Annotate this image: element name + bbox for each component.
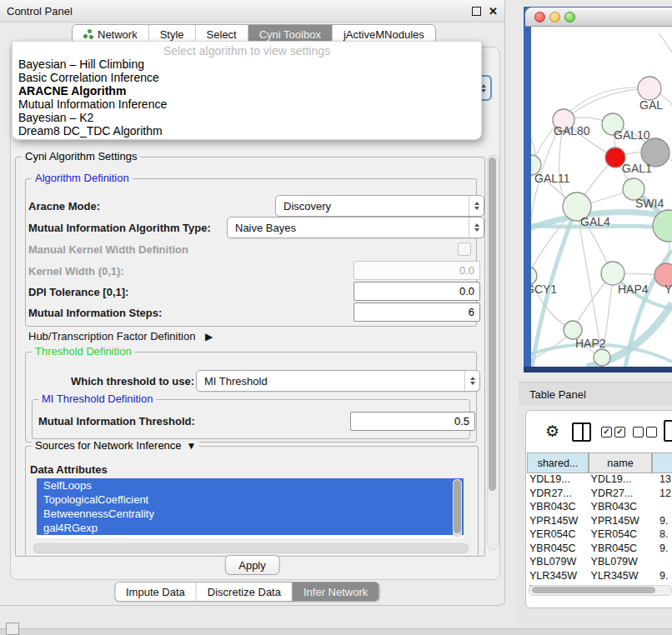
attribute-item-topologicalcoefficient[interactable]: TopologicalCoefficient bbox=[37, 492, 464, 507]
table-hscrollbar[interactable] bbox=[529, 585, 672, 596]
node-label-gal4: GAL4 bbox=[580, 215, 610, 228]
mi-steps-field[interactable]: 6 bbox=[354, 302, 480, 322]
dropdown-item-aracne-algorithm[interactable]: ARACNE Algorithm bbox=[13, 84, 481, 98]
kernel-width-field[interactable]: 0.0 bbox=[354, 261, 480, 280]
column-header-2[interactable] bbox=[652, 452, 672, 473]
tab-impute-data-label: Impute Data bbox=[126, 586, 185, 598]
attributes-hscrollbar[interactable] bbox=[33, 543, 469, 553]
node-label-swi4: SWI4 bbox=[635, 197, 664, 210]
table-cell bbox=[651, 556, 672, 570]
which-threshold-combobox[interactable]: MI Threshold bbox=[196, 370, 480, 392]
network-node[interactable] bbox=[594, 349, 610, 366]
dropdown-placeholder: Select algorithm to view settings bbox=[13, 42, 481, 58]
table-row[interactable]: YDR27...YDR27...12 bbox=[527, 488, 672, 502]
network-node[interactable] bbox=[601, 262, 624, 285]
mi-threshold-field[interactable]: 0.5 bbox=[350, 412, 475, 431]
dock-panel-button[interactable] bbox=[6, 622, 19, 635]
tab-infer-network-label: Infer Network bbox=[303, 586, 368, 598]
network-window-bottom-frame bbox=[524, 367, 672, 372]
close-traffic-icon[interactable] bbox=[534, 12, 545, 22]
table-row[interactable]: YDL19...YDL19...13 bbox=[527, 473, 672, 488]
document-icon[interactable] bbox=[664, 420, 672, 442]
cyni-settings-title: Cyni Algorithm Settings bbox=[22, 150, 140, 162]
table-row[interactable]: YBR043CYBR043C bbox=[527, 501, 672, 515]
combo-down-arrow-icon bbox=[470, 382, 475, 385]
unchecked-checkbox-icon[interactable] bbox=[646, 427, 657, 438]
column-header-name[interactable]: name bbox=[589, 452, 652, 473]
network-view-window: GALGAL80GAL10GAL1GAL11SWI4GAL4GCY1HAP4YH… bbox=[524, 7, 672, 372]
manual-kernel-checkbox[interactable] bbox=[458, 242, 471, 256]
tab-jactivemnodules-label: jActiveMNodules bbox=[344, 28, 424, 41]
attribute-item-selfloops[interactable]: SelfLoops bbox=[37, 478, 464, 492]
attribute-item-betweennesscentrality[interactable]: BetweennessCentrality bbox=[37, 507, 464, 521]
node-label-gal11: GAL11 bbox=[534, 172, 570, 185]
control-panel-titlebar: Control Panel ✕ bbox=[0, 0, 504, 22]
attributes-scrollbar[interactable] bbox=[453, 479, 462, 538]
tab-infer-network[interactable]: Infer Network bbox=[293, 582, 379, 601]
float-window-icon[interactable] bbox=[472, 7, 481, 16]
dpi-tolerance-label: DPI Tolerance [0,1]: bbox=[28, 286, 128, 298]
table-cell: 9. bbox=[651, 515, 672, 529]
column-header-shared[interactable]: shared... bbox=[527, 452, 589, 473]
table-cell: YDL19... bbox=[589, 473, 652, 488]
data-attributes-list[interactable]: SelfLoopsTopologicalCoefficientBetweenne… bbox=[37, 478, 464, 538]
tab-impute-data[interactable]: Impute Data bbox=[115, 582, 197, 601]
tab-select-label: Select bbox=[207, 28, 237, 41]
hub-definition-toggle[interactable]: Hub/Transcription Factor Definition ▶ bbox=[28, 330, 213, 342]
columns-icon[interactable] bbox=[572, 422, 591, 442]
network-canvas-box[interactable]: GALGAL80GAL10GAL1GAL11SWI4GAL4GCY1HAP4YH… bbox=[531, 27, 672, 367]
zoom-traffic-icon[interactable] bbox=[564, 12, 575, 22]
attribute-item-gal4rgexp[interactable]: gal4RGexp bbox=[37, 521, 464, 535]
table-cell: YPR145W bbox=[527, 515, 589, 529]
dropdown-item-basic-correlation-inference[interactable]: Basic Correlation Inference bbox=[13, 71, 481, 84]
mi-type-combobox[interactable]: Naive Bayes bbox=[227, 217, 484, 238]
data-attributes-label: Data Attributes bbox=[30, 463, 108, 476]
settings-scrollbar[interactable] bbox=[487, 155, 499, 550]
network-edge[interactable] bbox=[659, 33, 672, 52]
minimize-traffic-icon[interactable] bbox=[549, 12, 560, 22]
table-row[interactable]: YBL079WYBL079W bbox=[527, 556, 672, 570]
table-cell: 9. bbox=[651, 542, 672, 557]
control-panel-title: Control Panel bbox=[7, 5, 73, 18]
checked-checkbox-icon[interactable]: ✓ bbox=[614, 427, 625, 438]
aracne-mode-combobox[interactable]: Discovery bbox=[275, 195, 484, 217]
expand-down-icon: ▼ bbox=[187, 440, 197, 452]
dpi-tolerance-field[interactable]: 0.0 bbox=[354, 282, 480, 301]
hub-definition-label: Hub/Transcription Factor Definition bbox=[28, 330, 195, 342]
combo-down-arrow-icon bbox=[474, 207, 479, 210]
combo-up-arrow-icon bbox=[474, 202, 479, 205]
dropdown-item-dream8-dc-tdc-algorithm[interactable]: Dream8 DC_TDC Algorithm bbox=[13, 124, 481, 138]
table-header: shared...name bbox=[527, 452, 672, 473]
table-cell bbox=[651, 501, 672, 515]
table-row[interactable]: YBR045CYBR045C9. bbox=[527, 542, 672, 557]
dropdown-item-mutual-information-inference[interactable]: Mutual Information Inference bbox=[13, 98, 481, 111]
network-canvas[interactable]: GALGAL80GAL10GAL1GAL11SWI4GAL4GCY1HAP4YH… bbox=[531, 27, 672, 367]
node-label-hap2: HAP2 bbox=[575, 337, 606, 350]
tab-discretize-data[interactable]: Discretize Data bbox=[197, 582, 293, 601]
network-node[interactable] bbox=[638, 77, 661, 100]
table-cell: YBR043C bbox=[589, 501, 652, 515]
table-row[interactable]: YER054CYER054C8. bbox=[527, 528, 672, 542]
mi-type-value: Naive Bayes bbox=[235, 222, 296, 234]
mi-threshold-group-title: MI Threshold Definition bbox=[38, 392, 156, 405]
threshold-definition-title: Threshold Definition bbox=[32, 345, 135, 358]
table-row[interactable]: YPR145WYPR145W9. bbox=[527, 515, 672, 529]
unchecked-checkbox-icon[interactable] bbox=[633, 427, 644, 438]
close-icon[interactable]: ✕ bbox=[489, 6, 498, 17]
network-window-titlebar[interactable] bbox=[525, 8, 672, 27]
table-cell: YBR045C bbox=[527, 542, 589, 557]
combo-down-arrow-icon bbox=[474, 228, 479, 232]
table-rows: YDL19...YDL19...13YDR27...YDR27...12YBR0… bbox=[527, 473, 672, 586]
apply-button[interactable]: Apply bbox=[224, 555, 280, 575]
table-cell: YBL079W bbox=[589, 556, 652, 570]
node-label-gal80: GAL80 bbox=[554, 124, 590, 138]
which-threshold-label: Which threshold to use: bbox=[71, 375, 194, 388]
gear-icon[interactable]: ⚙ bbox=[545, 423, 559, 439]
dropdown-item-bayesian-hill-climbing[interactable]: Bayesian – Hill Climbing bbox=[13, 58, 481, 71]
dropdown-item-bayesian-k2[interactable]: Bayesian – K2 bbox=[13, 111, 481, 124]
table-row[interactable]: YLR345WYLR345W9. bbox=[527, 570, 672, 584]
sources-toggle[interactable]: Sources for Network Inference ▼ bbox=[32, 439, 199, 452]
table-cell: YBL079W bbox=[527, 556, 589, 570]
checked-checkbox-icon[interactable]: ✓ bbox=[601, 427, 612, 438]
table-cell: YDR27... bbox=[527, 488, 589, 502]
